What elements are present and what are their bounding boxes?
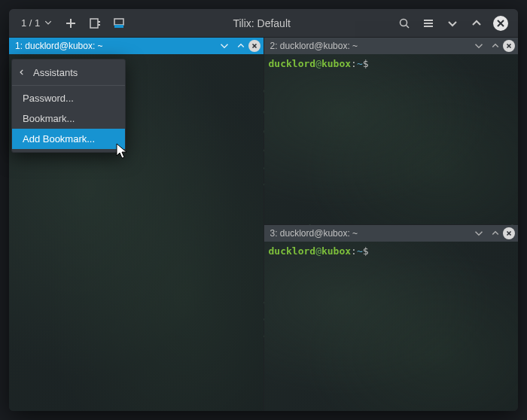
pane-header-3[interactable]: 3: ducklord@kubox: ~ [264,225,519,242]
maximize-pane-icon[interactable] [235,40,247,52]
chevron-down-icon[interactable] [473,40,485,52]
chevron-down-icon[interactable] [473,227,485,239]
pane-title: 2: ducklord@kubox: ~ [270,41,469,51]
chevron-down-icon [44,17,52,29]
terminal-output[interactable]: ducklord@kubox:~$ [264,242,519,412]
menu-item-label: Bookmark... [23,113,75,124]
menu-item-add-bookmark[interactable]: Add Bookmark... [12,129,125,149]
prompt-host: kubox [321,58,351,69]
close-icon [493,16,508,31]
menu-item-label: Password... [23,93,74,104]
svg-rect-0 [90,19,98,28]
prompt-path: ~ [357,245,363,257]
maximize-pane-icon[interactable] [489,227,501,239]
menu-item-password[interactable]: Password... [12,88,125,108]
pane-header-2[interactable]: 2: ducklord@kubox: ~ [264,38,519,54]
svg-rect-2 [114,25,123,28]
prompt-at: @ [315,245,321,257]
prompt-symbol: $ [363,245,369,257]
session-tab-counter[interactable]: 1 / 1 [15,17,58,29]
pane-controls [489,227,515,239]
window-title: Tilix: Default [133,17,390,29]
chevron-down-icon[interactable] [218,40,230,52]
new-session-button[interactable] [59,13,82,34]
menu-submenu-header[interactable]: Assistants [12,62,125,83]
pane-title: 1: ducklord@kubox: ~ [15,41,214,51]
pane-controls [235,40,260,52]
svg-point-3 [401,19,407,26]
chevron-left-icon [18,67,26,78]
window-close-button[interactable] [489,13,512,34]
prompt-at: @ [315,58,321,69]
pane-close-button[interactable] [248,40,260,52]
pane-header-1[interactable]: 1: ducklord@kubox: ~ [9,38,264,54]
titlebar: 1 / 1 Tilix: Default [9,9,518,38]
menu-item-bookmark[interactable]: Bookmark... [12,108,125,129]
prompt-user: ducklord [269,245,316,257]
menu-submenu-label: Assistants [33,67,78,78]
prompt-symbol: $ [363,58,369,69]
pane-close-button[interactable] [503,227,515,239]
terminal-pane-2[interactable]: 2: ducklord@kubox: ~ ducklord@kubox:~$ [264,38,519,224]
maximize-pane-icon[interactable] [489,40,501,52]
menu-button[interactable] [417,13,440,34]
split-down-button[interactable] [108,13,130,34]
minimize-button[interactable] [441,13,464,34]
prompt-path: ~ [357,58,363,69]
menu-item-label: Add Bookmark... [23,133,95,145]
prompt-host: kubox [321,245,351,257]
menu-separator [12,85,125,86]
pane-title: 3: ducklord@kubox: ~ [270,228,469,239]
terminal-pane-3[interactable]: 3: ducklord@kubox: ~ ducklord@kubox:~$ [264,225,519,412]
search-button[interactable] [393,13,416,34]
context-menu: Assistants Password... Bookmark... Add B… [11,59,126,153]
maximize-button[interactable] [465,13,488,34]
terminal-output[interactable]: ducklord@kubox:~$ [264,54,519,224]
pane-controls [489,40,515,52]
svg-rect-1 [114,19,123,25]
titlebar-left: 1 / 1 [15,13,130,34]
pane-close-button[interactable] [503,40,515,52]
split-right-button[interactable] [84,13,106,34]
titlebar-right [393,13,512,34]
prompt-user: ducklord [269,58,316,69]
tab-counter-text: 1 / 1 [21,17,40,29]
